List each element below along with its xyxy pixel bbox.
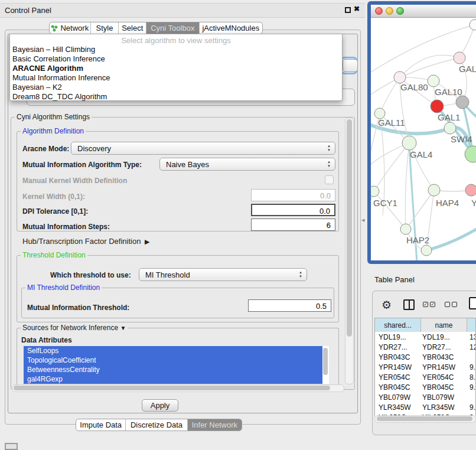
checked-box-icon: ✓ xyxy=(430,302,435,307)
tab-network-label: Network xyxy=(60,24,89,32)
node-green-large[interactable] xyxy=(465,146,476,162)
dpi-tolerance-field[interactable]: 0.0 xyxy=(251,204,335,216)
kernel-width-field[interactable]: 0.0 xyxy=(251,189,335,201)
settings-vscrollbar-thumb[interactable] xyxy=(347,119,352,337)
dropdown-item-selected[interactable]: ARACNE Algorithm xyxy=(12,64,83,73)
tab-network[interactable]: Network xyxy=(50,22,90,34)
list-scrollbar-thumb[interactable] xyxy=(323,348,328,375)
float-panel-icon[interactable] xyxy=(345,7,351,13)
node-gal4[interactable] xyxy=(402,136,416,150)
unchecked-box-icon xyxy=(445,302,450,307)
node-label: GAL10 xyxy=(435,87,462,97)
node-partial-bottom[interactable] xyxy=(421,245,432,256)
node-label: GAL80 xyxy=(400,82,428,92)
table-row[interactable]: YDR27...YDR27...12 xyxy=(375,342,476,352)
column-header-cut[interactable] xyxy=(467,318,476,332)
collapsed-panel-icon[interactable] xyxy=(5,443,18,450)
collapse-down-icon: ▼ xyxy=(120,325,126,331)
tab-select[interactable]: Select xyxy=(118,22,146,34)
dropdown-item[interactable]: Basic Correlation Inference xyxy=(12,54,105,63)
node-label: HAP2 xyxy=(406,235,429,245)
node-label: GAL xyxy=(459,64,476,74)
node-swi4[interactable] xyxy=(444,122,456,134)
dropdown-item[interactable]: Dream8 DC_TDC Algorithm xyxy=(12,92,107,101)
dropdown-item[interactable]: Bayesian – K2 xyxy=(12,83,62,92)
data-attributes-label: Data Attributes xyxy=(21,336,72,344)
sources-title[interactable]: Sources for Network Inference ▼ xyxy=(21,324,128,332)
node-pink[interactable] xyxy=(465,184,476,196)
gear-icon[interactable]: ⚙ xyxy=(382,298,392,312)
settings-hscrollbar-thumb[interactable] xyxy=(14,386,330,390)
mi-threshold-field[interactable]: 0.5 xyxy=(248,299,331,312)
close-panel-icon[interactable]: ✖ xyxy=(354,5,360,13)
mi-threshold-label: Mutual Information Threshold: xyxy=(27,304,129,312)
hub-definition-toggle[interactable]: Hub/Transcription Factor Definition ▶ xyxy=(22,237,150,246)
node-labels: GAL GAL80 GAL10 GAL1 GAL11 SWI4 GAL4 GCY… xyxy=(373,64,476,245)
node-gray[interactable] xyxy=(456,96,469,109)
control-panel-tabs: Network Style Select Cyni Toolbox jActiv… xyxy=(49,22,263,34)
manual-kernel-checkbox[interactable] xyxy=(325,175,334,184)
combo-arrows-icon: ▲▼ xyxy=(327,160,331,168)
node-label: SWI4 xyxy=(451,134,472,144)
network-canvas[interactable]: GAL GAL80 GAL10 GAL1 GAL11 SWI4 GAL4 GCY… xyxy=(371,18,476,260)
data-attributes-list: SelfLoops TopologicalCoefficient Between… xyxy=(24,346,329,384)
algorithm-definition-title: Algorithm Definition xyxy=(21,127,86,135)
tab-discretize-data[interactable]: Discretize Data xyxy=(125,419,187,431)
node-gal-cut[interactable] xyxy=(454,52,465,64)
table-panel-title: Table Panel xyxy=(374,275,415,284)
node-gcy1[interactable] xyxy=(371,186,379,197)
list-item[interactable]: TopologicalCoefficient xyxy=(24,356,322,365)
which-threshold-label: Which threshold to use: xyxy=(50,271,131,279)
tab-jactivemnodules[interactable]: jActiveMNodules xyxy=(199,22,262,34)
node-hap4[interactable] xyxy=(428,184,440,196)
combo-arrows-icon: ▲▼ xyxy=(298,270,303,279)
node-gal10[interactable] xyxy=(428,75,439,87)
list-item[interactable]: BetweennessCentrality xyxy=(24,365,322,374)
close-window-icon[interactable] xyxy=(375,7,383,15)
manual-kernel-label: Manual Kernel Width Definition xyxy=(22,177,127,185)
tab-impute-data[interactable]: Impute Data xyxy=(76,419,125,431)
combo-arrows-icon: ▲▼ xyxy=(327,144,331,152)
table-row[interactable]: YBR045CYBR045C9. xyxy=(375,382,476,392)
threshold-definition-title: Threshold Definition xyxy=(21,251,87,259)
mi-steps-field[interactable]: 6 xyxy=(251,219,335,231)
table-row[interactable]: YBR043CYBR043C xyxy=(375,352,476,362)
node-gal80[interactable] xyxy=(394,71,406,83)
dropdown-item[interactable]: Bayesian – Hill Climbing xyxy=(12,45,95,54)
list-item[interactable]: SelfLoops xyxy=(24,346,322,356)
tab-infer-network[interactable]: Infer Network xyxy=(187,419,242,431)
mi-threshold-title: MI Threshold Definition xyxy=(25,283,102,292)
tab-cyni-toolbox[interactable]: Cyni Toolbox xyxy=(146,22,199,34)
apply-button[interactable]: Apply xyxy=(142,399,178,412)
table-row[interactable]: YLR345WYLR345W9. xyxy=(375,402,476,412)
node-label: GAL4 xyxy=(410,149,432,159)
tab-style[interactable]: Style xyxy=(90,22,119,34)
zoom-window-icon[interactable] xyxy=(396,7,404,15)
control-panel-title: Control Panel xyxy=(5,6,51,15)
node-hap2[interactable] xyxy=(400,224,411,234)
mi-type-combo[interactable]: Naive Bayes ▲▼ xyxy=(159,158,335,171)
column-header-shared-name[interactable]: shared... xyxy=(375,318,421,332)
table-hscrollbar-thumb[interactable] xyxy=(377,416,472,421)
table-row[interactable]: YDL19...YDL19...13 xyxy=(375,332,476,342)
file-icon[interactable] xyxy=(469,297,476,309)
minimize-window-icon[interactable] xyxy=(386,7,393,15)
node-gal1-selected[interactable] xyxy=(431,100,444,113)
show-columns-icon[interactable]: ✓ ✓ xyxy=(423,302,435,307)
hide-columns-icon[interactable] xyxy=(445,302,457,307)
node-unlabeled[interactable] xyxy=(470,19,476,30)
aracne-mode-combo[interactable]: Discovery ▲▼ xyxy=(71,142,335,155)
kernel-width-label: Kernel Width (0,1): xyxy=(22,193,85,201)
splitter-handle[interactable]: ◀ xyxy=(361,218,364,222)
table-row[interactable]: YER054CYER054C8. xyxy=(375,372,476,382)
which-threshold-combo[interactable]: MI Threshold ▲▼ xyxy=(139,268,307,281)
dpi-tolerance-label: DPI Tolerance [0,1]: xyxy=(22,207,88,216)
table-row[interactable]: YBL079WYBL079W xyxy=(375,392,476,402)
dropdown-item[interactable]: Mutual Information Inference xyxy=(12,73,110,82)
list-item[interactable]: gal4RGexp xyxy=(24,374,322,384)
table-row[interactable]: YPR145WYPR145W9. xyxy=(375,362,476,372)
column-header-name[interactable]: name xyxy=(421,318,467,332)
columns-icon[interactable] xyxy=(403,299,415,310)
network-icon xyxy=(51,25,58,32)
algorithm-selector-combo-fragment[interactable] xyxy=(343,59,358,72)
